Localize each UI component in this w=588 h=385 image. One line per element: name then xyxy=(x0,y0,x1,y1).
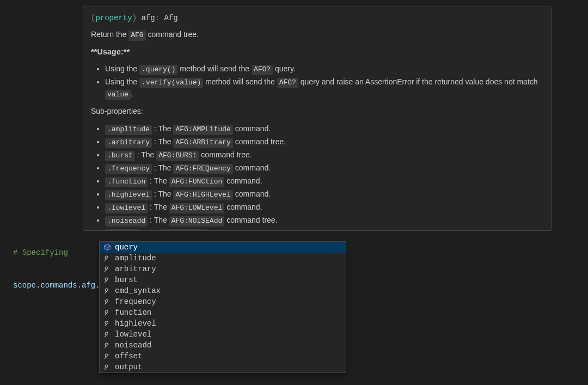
hover-subprops-list: .amplitude : The AFG:AMPLitude command..… xyxy=(91,123,544,231)
hover-subprop-item: .lowlevel : The AFG:LOWLevel command. xyxy=(105,201,544,213)
hover-subprop-item: .offset : The AFG:OFFSet command. xyxy=(105,228,544,231)
autocomplete-item-offset[interactable]: offset xyxy=(100,351,346,362)
property-icon xyxy=(103,319,112,328)
autocomplete-item-label: offset xyxy=(115,351,342,362)
autocomplete-list[interactable]: queryamplitudearbitraryburstcmd_syntaxfr… xyxy=(99,241,346,373)
autocomplete-item-lowlevel[interactable]: lowlevel xyxy=(100,329,346,340)
property-icon xyxy=(103,363,112,371)
autocomplete-item-label: noiseadd xyxy=(115,340,342,351)
hover-return-post: command tree. xyxy=(146,30,199,39)
sig-paren-close: ) xyxy=(132,14,142,22)
hover-subprop-item: .burst : The AFG:BURSt command tree. xyxy=(105,149,544,161)
autocomplete-item-label: output xyxy=(115,362,342,372)
autocomplete-item-noiseadd[interactable]: noiseadd xyxy=(100,340,346,351)
code-line-2[interactable]: scope.commands.afg. xyxy=(13,280,100,291)
autocomplete-item-label: cmd_syntax xyxy=(115,285,342,296)
hover-usage-label: **Usage:** xyxy=(91,47,130,56)
autocomplete-item-label: highlevel xyxy=(115,318,342,329)
autocomplete-item-label: function xyxy=(115,307,342,318)
autocomplete-item-label: frequency xyxy=(115,296,342,307)
sig-keyword: property xyxy=(95,14,132,22)
autocomplete-item-function[interactable]: function xyxy=(100,307,346,318)
property-icon xyxy=(103,286,112,295)
autocomplete-item-arbitrary[interactable]: arbitrary xyxy=(100,264,346,274)
hover-subprops-label: Sub-properties: xyxy=(91,106,544,118)
property-icon xyxy=(103,276,112,284)
autocomplete-item-label: query xyxy=(115,242,342,253)
code-tok: afg xyxy=(82,281,95,290)
hover-return-cmd: AFG xyxy=(128,30,145,41)
hover-usage-item: Using the .verify(value) method will sen… xyxy=(105,76,544,100)
hover-subprop-item: .amplitude : The AFG:AMPLitude command. xyxy=(105,123,544,135)
autocomplete-item-label: lowlevel xyxy=(115,329,342,340)
autocomplete-item-label: arbitrary xyxy=(115,264,342,274)
code-area[interactable]: # Specifying scope.commands.afg. xyxy=(13,225,100,313)
code-tok: commands xyxy=(40,281,77,290)
sig-colon: : xyxy=(155,14,164,22)
property-icon xyxy=(103,254,112,262)
code-line-1: # Specifying xyxy=(13,248,68,257)
autocomplete-item-label: amplitude xyxy=(115,253,342,264)
hover-doc: (property) afg: Afg Return the AFG comma… xyxy=(83,7,552,231)
property-icon xyxy=(103,352,112,360)
property-icon xyxy=(103,297,112,306)
hover-subprop-item: .highlevel : The AFG:HIGHLevel command. xyxy=(105,188,544,200)
autocomplete-item-label: burst xyxy=(115,274,342,285)
autocomplete-item-output[interactable]: output xyxy=(100,362,346,372)
autocomplete-item-query[interactable]: query xyxy=(100,242,346,253)
hover-signature: (property) afg: Afg xyxy=(91,13,544,25)
hover-subprop-item: .frequency : The AFG:FREQuency command. xyxy=(105,162,544,174)
hover-subprop-item: .noiseadd : The AFG:NOISEAdd command tre… xyxy=(105,215,544,227)
autocomplete-item-burst[interactable]: burst xyxy=(100,274,346,285)
hover-subprop-item: .function : The AFG:FUNCtion command. xyxy=(105,175,544,187)
hover-return: Return the AFG command tree. xyxy=(91,29,544,41)
autocomplete-item-amplitude[interactable]: amplitude xyxy=(100,253,346,264)
autocomplete-item-cmd_syntax[interactable]: cmd_syntax xyxy=(100,285,346,296)
property-icon xyxy=(103,308,112,317)
property-icon xyxy=(103,330,112,339)
autocomplete-item-highlevel[interactable]: highlevel xyxy=(100,318,346,329)
hover-return-pre: Return the xyxy=(91,30,128,39)
hover-usage-list: Using the .query() method will send the … xyxy=(91,63,544,100)
hover-subprop-item: .arbitrary : The AFG:ARBitrary command t… xyxy=(105,136,544,148)
sig-type: Afg xyxy=(164,14,177,22)
code-tok: scope xyxy=(13,281,36,290)
method-icon xyxy=(103,243,112,252)
editor[interactable]: (property) afg: Afg Return the AFG comma… xyxy=(0,0,588,385)
sig-name: afg xyxy=(141,14,155,22)
property-icon xyxy=(103,341,112,350)
autocomplete-item-frequency[interactable]: frequency xyxy=(100,296,346,307)
code-tok: . xyxy=(77,281,82,290)
property-icon xyxy=(103,265,112,273)
hover-usage-item: Using the .query() method will send the … xyxy=(105,63,544,75)
